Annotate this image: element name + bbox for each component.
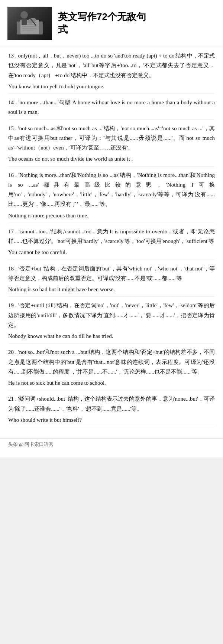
section-divider-14 <box>8 119 215 120</box>
section-example-16: Nothing is more precious than time. <box>8 211 215 220</box>
section-14: 14 . 'no more ...than...'句型 A home witho… <box>8 98 215 120</box>
section-divider-17 <box>8 260 215 260</box>
section-example-17: You cannot be too careful. <box>8 247 215 257</box>
section-description-13: 13 . only(not，all，but，never) too ...to d… <box>8 51 215 80</box>
footer-source: 头条 @ 阿卡索口语秀 <box>8 441 54 448</box>
section-divider-15 <box>8 166 215 167</box>
section-example-20: He is not so sick but he can come to sch… <box>8 378 215 388</box>
section-example-18: Nothing is so bad but it might have been… <box>8 285 215 294</box>
header: 英文写作72个无敌句 式 <box>0 0 223 47</box>
section-description-14: 14 . 'no more ...than...'句型 A home witho… <box>8 98 215 117</box>
section-divider-18 <box>8 296 215 297</box>
section-description-18: 18 . '否定+but '结构，在否定词后面的'but'，具有'which n… <box>8 264 215 283</box>
section-example-13: You know but too yell to hold your tongu… <box>8 82 215 91</box>
section-description-20: 20 . 'not so...but'和'not such a ...but'结… <box>8 347 215 377</box>
section-divider-19 <box>8 343 215 344</box>
section-description-15: 15 . 'not so much...as'和'not so much as … <box>8 124 215 153</box>
section-19: 19 . '否定+until (till)'结构，在否定词'no'，'not'，… <box>8 300 215 344</box>
writing-illustration-icon <box>15 10 45 36</box>
section-15: 15 . 'not so much...as'和'not so much as … <box>8 124 215 167</box>
footer: 头条 @ 阿卡索口语秀 <box>0 438 223 450</box>
section-21: 21 . '疑问词+should...but '结构，这个结构表示过去的意外的事… <box>8 394 215 427</box>
page: 英文写作72个无敌句 式 13 . only(not，all，but，never… <box>0 0 223 457</box>
section-divider-21 <box>8 427 215 427</box>
section-divider-20 <box>8 390 215 390</box>
section-divider-16 <box>8 223 215 223</box>
section-13: 13 . only(not，all，but，never) too ...to d… <box>8 51 215 94</box>
section-example-15: The oceans do not so much divide the wor… <box>8 154 215 164</box>
page-title: 英文写作72个无敌句 式 <box>52 11 146 36</box>
section-description-16: 16 . 'Nothing is more...than'和'Nothing i… <box>8 170 215 209</box>
section-17: 17 . 'cannot...too...'结构,'cannot...too..… <box>8 227 215 260</box>
section-18: 18 . '否定+but '结构，在否定词后面的'but'，具有'which n… <box>8 264 215 297</box>
svg-point-10 <box>20 11 28 19</box>
section-20: 20 . 'not so...but'和'not such a ...but'结… <box>8 347 215 390</box>
svg-rect-11 <box>22 19 27 25</box>
header-image <box>7 7 52 40</box>
section-description-17: 17 . 'cannot...too...'结构,'cannot...too..… <box>8 227 215 246</box>
section-divider-13 <box>8 93 215 94</box>
section-16: 16 . 'Nothing is more...than'和'Nothing i… <box>8 170 215 223</box>
section-example-21: Who should write it but himself? <box>8 415 215 425</box>
section-example-19: Nobody knows what he can do till he has … <box>8 331 215 341</box>
section-description-21: 21 . '疑问词+should...but '结构，这个结构表示过去的意外的事… <box>8 394 215 414</box>
section-description-19: 19 . '否定+until (till)'结构，在否定词'no'，'not'，… <box>8 300 215 330</box>
content: 13 . only(not，all，but，never) too ...to d… <box>0 47 223 435</box>
